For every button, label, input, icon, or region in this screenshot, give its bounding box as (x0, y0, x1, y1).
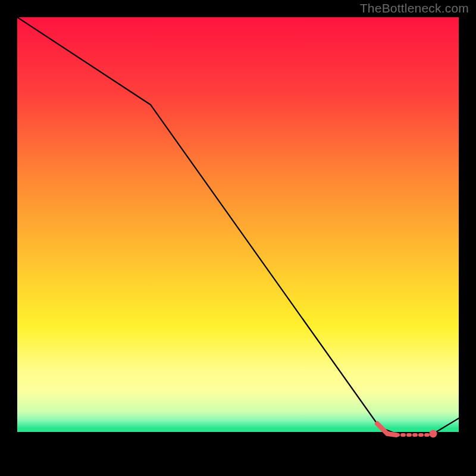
highlight-point (430, 430, 437, 438)
watermark-text: TheBottleneck.com (360, 1, 469, 15)
chart-frame: TheBottleneck.com (0, 0, 476, 476)
highlight-elbow (377, 424, 396, 435)
plot-overlay (17, 17, 459, 458)
bottleneck-curve (17, 17, 459, 434)
